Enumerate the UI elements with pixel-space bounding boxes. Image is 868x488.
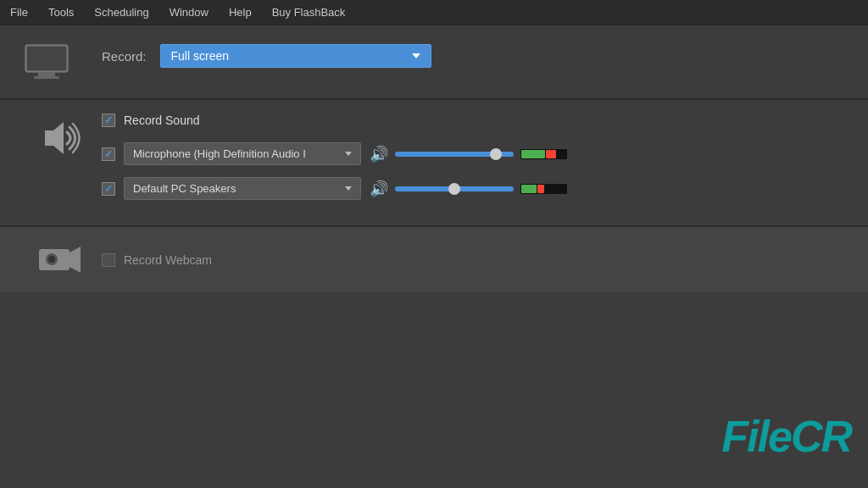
speakers-checkbox[interactable] xyxy=(102,182,115,196)
record-webcam-label: Record Webcam xyxy=(124,253,212,267)
sound-section: Record Sound Microphone (High Definition… xyxy=(0,100,868,227)
speakers-row: Default PC Speakers 🔊 xyxy=(102,177,851,200)
microphone-level-red xyxy=(546,150,556,158)
record-dropdown-value: Full screen xyxy=(171,49,229,63)
speakers-level-meter xyxy=(520,184,567,194)
speakers-volume-area: 🔊 xyxy=(370,180,567,198)
svg-rect-2 xyxy=(38,72,55,76)
svg-rect-3 xyxy=(34,76,59,79)
microphone-level-meter xyxy=(520,149,567,159)
microphone-level-green xyxy=(521,150,545,158)
microphone-volume-thumb[interactable] xyxy=(490,148,502,160)
speaker-icon xyxy=(36,117,83,159)
sound-controls: Record Sound Microphone (High Definition… xyxy=(102,114,851,212)
speakers-volume-thumb[interactable] xyxy=(448,183,460,195)
record-sound-label: Record Sound xyxy=(124,114,200,127)
webcam-controls: Record Webcam xyxy=(102,253,212,267)
microphone-volume-icon: 🔊 xyxy=(370,145,388,164)
speakers-level-green xyxy=(521,185,537,193)
microphone-volume-area: 🔊 xyxy=(370,145,567,164)
microphone-device-label: Microphone (High Definition Audio I xyxy=(133,147,306,160)
menu-help[interactable]: Help xyxy=(225,4,255,20)
record-label: Record: xyxy=(102,49,147,64)
menu-window[interactable]: Window xyxy=(166,4,212,20)
menu-tools[interactable]: Tools xyxy=(45,4,77,20)
watermark-text: FileCR xyxy=(721,412,851,461)
record-webcam-checkbox[interactable] xyxy=(102,253,115,267)
record-controls: Record: Full screen xyxy=(102,41,851,68)
webcam-section: Record Webcam xyxy=(0,227,868,292)
speakers-device-label: Default PC Speakers xyxy=(133,182,236,195)
microphone-dropdown[interactable]: Microphone (High Definition Audio I xyxy=(124,142,361,165)
record-sound-checkbox[interactable] xyxy=(102,114,115,127)
microphone-dropdown-arrow-icon xyxy=(345,152,352,156)
monitor-icon xyxy=(21,41,72,83)
menubar: File Tools Scheduling Window Help Buy Fl… xyxy=(0,0,868,25)
monitor-icon-area xyxy=(17,41,76,83)
speakers-dropdown-arrow-icon xyxy=(345,186,352,191)
speakers-volume-icon: 🔊 xyxy=(370,180,388,198)
microphone-volume-slider[interactable] xyxy=(395,152,514,157)
menu-buy-flashback[interactable]: Buy FlashBack xyxy=(269,4,349,20)
microphone-row: Microphone (High Definition Audio I 🔊 xyxy=(102,142,851,165)
record-dropdown[interactable]: Full screen xyxy=(160,44,431,68)
svg-rect-1 xyxy=(27,47,66,70)
record-sound-row: Record Sound xyxy=(102,114,851,127)
svg-marker-6 xyxy=(70,247,81,273)
webcam-icon-area xyxy=(17,241,102,279)
sound-icon-area xyxy=(17,114,102,159)
speakers-dropdown[interactable]: Default PC Speakers xyxy=(124,177,361,200)
menu-file[interactable]: File xyxy=(7,4,31,20)
speakers-level-red xyxy=(537,185,544,193)
menu-scheduling[interactable]: Scheduling xyxy=(91,4,152,20)
watermark: FileCR xyxy=(721,408,851,463)
microphone-checkbox[interactable] xyxy=(102,147,115,161)
screen-record-section: Record: Full screen xyxy=(0,25,868,100)
svg-point-8 xyxy=(48,256,55,263)
svg-marker-4 xyxy=(45,122,64,154)
dropdown-arrow-icon xyxy=(412,53,420,58)
speakers-volume-slider[interactable] xyxy=(395,186,514,191)
webcam-icon xyxy=(36,241,83,279)
